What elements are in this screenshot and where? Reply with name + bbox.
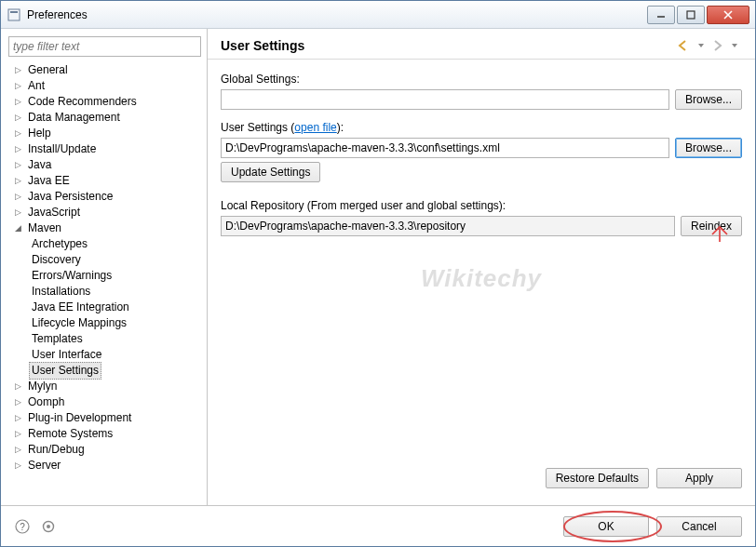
minimize-button[interactable] [647, 6, 675, 24]
back-icon[interactable] [677, 38, 692, 53]
local-repo-input [221, 216, 675, 236]
close-button[interactable] [707, 6, 749, 24]
tree-item[interactable]: ▷Plug-in Development [8, 410, 207, 426]
tree-item[interactable]: ▷General [8, 62, 207, 78]
svg-text:?: ? [20, 522, 25, 532]
chevron-right-icon[interactable]: ▷ [12, 113, 23, 124]
nav-arrows [677, 38, 742, 53]
tree-item[interactable]: ▷Remote Systems [8, 426, 207, 442]
chevron-right-icon[interactable]: ▷ [12, 192, 23, 203]
chevron-right-icon[interactable]: ▷ [12, 413, 23, 424]
tree-item[interactable]: User Settings [8, 363, 207, 379]
tree-item[interactable]: ▷Ant [8, 78, 207, 94]
chevron-right-icon[interactable]: ▷ [12, 429, 23, 440]
content-body: Wikitechy Global Settings: Browse... Use… [208, 60, 755, 505]
status-icon[interactable] [40, 518, 57, 535]
reindex-button[interactable]: Reindex [681, 216, 742, 236]
chevron-down-icon[interactable]: ◢ [12, 223, 23, 234]
tree-item[interactable]: ▷Java [8, 157, 207, 173]
tree-item-label: Archetypes [29, 236, 90, 252]
chevron-right-icon[interactable]: ▷ [12, 381, 23, 393]
tree-item[interactable]: Java EE Integration [8, 300, 207, 315]
tree-item[interactable]: ▷Code Recommenders [8, 94, 207, 110]
titlebar: Preferences [1, 1, 755, 29]
maximize-button[interactable] [677, 6, 705, 24]
svg-point-9 [47, 525, 50, 528]
page-title: User Settings [221, 38, 677, 53]
tree-item[interactable]: ▷Install/Update [8, 141, 207, 157]
content-panel: User Settings Wikitechy Global Settings:… [208, 29, 755, 505]
tree-item[interactable]: Archetypes [8, 236, 207, 252]
tree-item-label: Maven [25, 220, 64, 236]
restore-defaults-button[interactable]: Restore Defaults [546, 468, 649, 488]
global-settings-label: Global Settings: [221, 73, 742, 86]
tree-item[interactable]: User Interface [8, 347, 207, 363]
user-settings-input[interactable] [221, 138, 669, 158]
preferences-tree[interactable]: ▷General▷Ant▷Code Recommenders▷Data Mana… [7, 60, 207, 505]
chevron-right-icon[interactable]: ▷ [12, 128, 23, 140]
chevron-right-icon[interactable]: ▷ [12, 176, 23, 187]
filter-input[interactable] [8, 36, 201, 57]
forward-icon[interactable] [710, 38, 725, 53]
tree-item[interactable]: ▷Data Management [8, 110, 207, 126]
tree-item[interactable]: ▷Server [8, 458, 207, 474]
svg-rect-1 [10, 11, 18, 13]
browse-global-button[interactable]: Browse... [675, 89, 742, 110]
tree-item-label: Server [25, 458, 63, 474]
chevron-right-icon[interactable]: ▷ [12, 397, 23, 408]
tree-item[interactable]: Lifecycle Mappings [8, 315, 207, 331]
window-icon [7, 7, 21, 22]
tree-item-label: Java EE [25, 173, 73, 189]
chevron-right-icon[interactable]: ▷ [12, 144, 23, 155]
tree-container: ▷General▷Ant▷Code Recommenders▷Data Mana… [7, 60, 207, 505]
global-settings-input[interactable] [221, 89, 669, 110]
chevron-right-icon[interactable]: ▷ [12, 97, 23, 108]
tree-item-label: Remote Systems [25, 426, 115, 442]
tree-item[interactable]: ▷JavaScript [8, 205, 207, 220]
footer: ? OK Cancel [1, 505, 755, 546]
content-buttons: Restore Defaults Apply [221, 462, 742, 498]
chevron-right-icon[interactable]: ▷ [12, 445, 23, 456]
tree-item[interactable]: ▷Mylyn [8, 379, 207, 394]
sidebar: ▷General▷Ant▷Code Recommenders▷Data Mana… [1, 29, 208, 505]
tree-item-label: Code Recommenders [25, 94, 140, 110]
tree-item-label: Java [25, 157, 54, 173]
user-settings-label-prefix: User Settings ( [221, 121, 294, 134]
chevron-right-icon[interactable]: ▷ [12, 160, 23, 171]
tree-item[interactable]: ▷Java EE [8, 173, 207, 189]
window-title: Preferences [27, 8, 647, 21]
forward-menu-icon[interactable] [727, 38, 742, 53]
ok-button[interactable]: OK [563, 516, 649, 537]
tree-item-label: Java EE Integration [29, 300, 132, 315]
chevron-right-icon[interactable]: ▷ [12, 460, 23, 472]
tree-item-label: User Settings [29, 362, 101, 380]
tree-item-label: Mylyn [25, 379, 60, 394]
browse-user-button[interactable]: Browse... [675, 138, 742, 158]
tree-item[interactable]: ▷Run/Debug [8, 442, 207, 458]
tree-item[interactable]: ▷Java Persistence [8, 189, 207, 205]
tree-item-label: Install/Update [25, 141, 99, 157]
tree-item[interactable]: Templates [8, 331, 207, 347]
help-icon[interactable]: ? [14, 518, 31, 535]
tree-item[interactable]: Discovery [8, 252, 207, 268]
tree-item-label: Installations [29, 284, 93, 300]
back-menu-icon[interactable] [694, 38, 709, 53]
update-settings-button[interactable]: Update Settings [221, 162, 320, 182]
filter-box [8, 36, 201, 57]
tree-item[interactable]: ◢Maven [8, 220, 207, 236]
chevron-right-icon[interactable]: ▷ [12, 65, 23, 76]
open-file-link[interactable]: open file [294, 121, 336, 134]
tree-item[interactable]: ▷Oomph [8, 394, 207, 410]
chevron-right-icon[interactable]: ▷ [12, 207, 23, 219]
apply-button[interactable]: Apply [656, 468, 742, 488]
tree-item[interactable]: Errors/Warnings [8, 268, 207, 284]
tree-item[interactable]: Installations [8, 284, 207, 300]
tree-item[interactable]: ▷Help [8, 126, 207, 141]
tree-item-label: Lifecycle Mappings [29, 315, 129, 331]
chevron-right-icon[interactable]: ▷ [12, 81, 23, 92]
cancel-button[interactable]: Cancel [656, 516, 742, 537]
tree-item-label: Plug-in Development [25, 410, 134, 426]
tree-item-label: Oomph [25, 394, 67, 410]
tree-item-label: General [25, 62, 71, 78]
tree-item-label: Run/Debug [25, 442, 88, 458]
